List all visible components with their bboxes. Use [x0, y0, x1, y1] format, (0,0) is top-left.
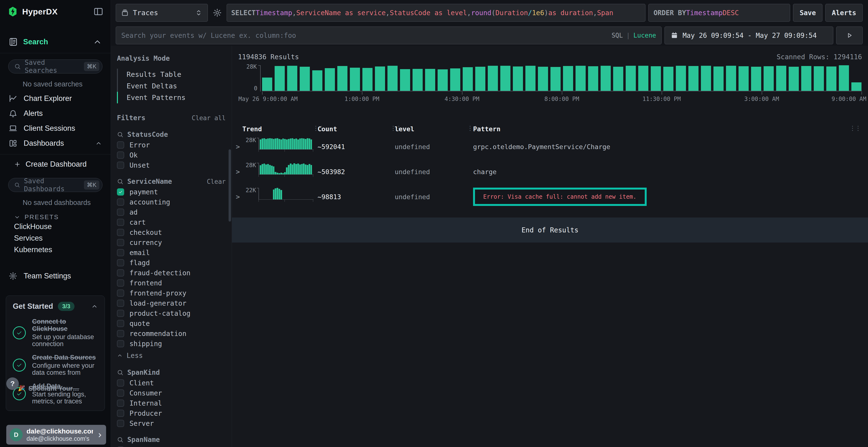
- lucene-toggle[interactable]: Lucene: [633, 32, 656, 39]
- preset-services[interactable]: Services: [0, 232, 111, 244]
- column-grip-icon[interactable]: ⋮⋮: [390, 125, 401, 132]
- histogram-bar[interactable]: [325, 68, 335, 91]
- column-header-count[interactable]: Count: [317, 125, 395, 133]
- sql-toggle[interactable]: SQL: [612, 32, 623, 39]
- checkbox[interactable]: [117, 330, 124, 337]
- histogram-bar[interactable]: [826, 66, 836, 91]
- checkbox[interactable]: [117, 209, 124, 216]
- column-header-level[interactable]: level: [395, 125, 473, 133]
- checkbox[interactable]: [117, 289, 124, 297]
- sidebar-item-team-settings[interactable]: Team Settings: [0, 269, 111, 283]
- table-row[interactable]: >28K~592041undefinedgrpc.oteldemo.Paymen…: [235, 134, 862, 159]
- filter-option-currency[interactable]: currency: [117, 239, 226, 246]
- filter-option-server[interactable]: Server: [117, 420, 226, 427]
- column-grip-icon[interactable]: ⋮⋮: [467, 125, 478, 132]
- histogram-bar[interactable]: [350, 68, 360, 91]
- analysis-mode-results-table[interactable]: Results Table: [117, 69, 226, 80]
- histogram-bar[interactable]: [801, 66, 811, 91]
- histogram-bar[interactable]: [312, 70, 322, 91]
- get-started-item[interactable]: Connect to ClickHouseSet up your databas…: [13, 318, 98, 347]
- checkbox[interactable]: [117, 300, 124, 307]
- saved-dashboards-input[interactable]: Saved Dashboards ⌘K: [8, 178, 102, 192]
- source-select[interactable]: Traces: [116, 4, 208, 22]
- histogram-bar[interactable]: [701, 66, 711, 91]
- filter-option-consumer[interactable]: Consumer: [117, 389, 226, 397]
- checkbox[interactable]: [117, 219, 124, 226]
- histogram-bar[interactable]: [814, 66, 824, 91]
- row-expand-icon[interactable]: >: [235, 168, 244, 176]
- histogram-bar[interactable]: [525, 66, 535, 91]
- histogram-bar[interactable]: [463, 67, 473, 91]
- histogram-bar[interactable]: [262, 77, 272, 91]
- histogram-bar[interactable]: [789, 67, 799, 91]
- checkbox[interactable]: [117, 410, 124, 417]
- histogram-bar[interactable]: [563, 66, 573, 91]
- histogram-bar[interactable]: [588, 66, 598, 91]
- checkbox[interactable]: [117, 400, 124, 407]
- histogram-bar[interactable]: [651, 66, 661, 91]
- sidebar-item-alerts[interactable]: Alerts: [0, 106, 111, 121]
- filter-option-flagd[interactable]: flagd: [117, 259, 226, 266]
- sidebar-item-client-sessions[interactable]: Client Sessions: [0, 121, 111, 136]
- filter-option-ok[interactable]: Ok: [117, 151, 226, 159]
- filter-option-cart[interactable]: cart: [117, 219, 226, 226]
- histogram-bar[interactable]: [688, 66, 699, 91]
- checkbox[interactable]: [117, 249, 124, 256]
- checkbox-checked[interactable]: [117, 188, 124, 196]
- sql-select-input[interactable]: SELECT Timestamp, ServiceName as service…: [227, 4, 646, 22]
- filter-option-fraud-detection[interactable]: fraud-detection: [117, 269, 226, 276]
- order-by-input[interactable]: ORDER BY Timestamp DESC: [648, 4, 790, 22]
- sidebar-item-chart-explorer[interactable]: Chart Explorer: [0, 91, 111, 106]
- checkbox[interactable]: [117, 229, 124, 236]
- filter-option-quote[interactable]: quote: [117, 320, 226, 327]
- date-range-picker[interactable]: May 26 09:09:54 - May 27 09:09:54: [664, 27, 833, 44]
- histogram-bar[interactable]: [663, 67, 674, 91]
- table-options-icon[interactable]: ⋮⋮: [849, 125, 861, 132]
- histogram-bar[interactable]: [500, 66, 510, 91]
- filter-option-checkout[interactable]: checkout: [117, 229, 226, 236]
- row-expand-icon[interactable]: >: [235, 143, 244, 151]
- histogram-bar[interactable]: [513, 66, 523, 91]
- sidebar-collapse-icon[interactable]: [93, 6, 103, 16]
- column-grip-icon[interactable]: ⋮⋮: [313, 125, 324, 132]
- histogram-bar[interactable]: [726, 66, 736, 91]
- source-settings-button[interactable]: [211, 6, 224, 19]
- filter-option-product-catalog[interactable]: product-catalog: [117, 310, 226, 317]
- filter-option-unset[interactable]: Unset: [117, 162, 226, 169]
- filter-option-producer[interactable]: Producer: [117, 410, 226, 417]
- filter-option-accounting[interactable]: accounting: [117, 199, 226, 206]
- histogram-bar[interactable]: [676, 66, 686, 91]
- histogram-bar[interactable]: [412, 69, 423, 91]
- histogram-bar[interactable]: [638, 66, 648, 91]
- highlighted-error-pattern[interactable]: Error: Visa cache full: cannot add new i…: [473, 187, 647, 206]
- histogram-bar[interactable]: [287, 66, 297, 91]
- checkbox[interactable]: [117, 310, 124, 317]
- clear-all-filters-button[interactable]: Clear all: [192, 114, 226, 122]
- histogram-bar[interactable]: [362, 68, 373, 91]
- histogram-bar[interactable]: [337, 66, 347, 91]
- filter-option-shipping[interactable]: shipping: [117, 340, 226, 347]
- filter-option-client[interactable]: Client: [117, 379, 226, 386]
- checkbox[interactable]: [117, 259, 124, 266]
- help-button[interactable]: ?: [6, 377, 19, 390]
- histogram-bar[interactable]: [751, 67, 761, 91]
- filter-option-payment[interactable]: payment: [117, 188, 226, 196]
- checkbox[interactable]: [117, 269, 124, 276]
- checkbox[interactable]: [117, 239, 124, 246]
- results-histogram[interactable]: 28K 0 May 26 9:00:00 AM1:00:00 PM4:30:00…: [238, 64, 862, 103]
- checkbox[interactable]: [117, 389, 124, 397]
- histogram-bar[interactable]: [626, 66, 636, 91]
- histogram-bar[interactable]: [713, 66, 723, 91]
- histogram-bar[interactable]: [764, 66, 774, 91]
- histogram-bar[interactable]: [739, 66, 749, 91]
- histogram-bar[interactable]: [438, 69, 448, 91]
- chevron-up-icon[interactable]: [93, 37, 102, 46]
- filter-option-email[interactable]: email: [117, 249, 226, 256]
- filter-panel-scrollbar[interactable]: [228, 149, 231, 221]
- histogram-bar[interactable]: [600, 66, 611, 91]
- analysis-mode-event-deltas[interactable]: Event Deltas: [117, 80, 226, 92]
- checkbox[interactable]: [117, 151, 124, 159]
- histogram-bar[interactable]: [275, 66, 285, 91]
- histogram-bar[interactable]: [776, 66, 786, 91]
- chevron-up-icon[interactable]: [91, 303, 98, 310]
